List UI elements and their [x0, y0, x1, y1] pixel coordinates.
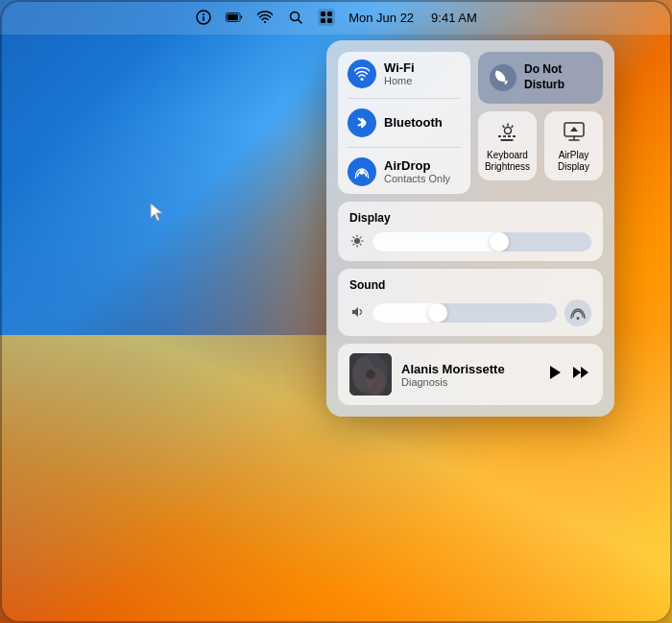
- svg-rect-8: [327, 12, 332, 16]
- svg-rect-7: [321, 12, 325, 16]
- bluetooth-icon-circle: [348, 108, 376, 137]
- dnd-label: Do NotDisturb: [524, 62, 564, 92]
- bluetooth-title: Bluetooth: [384, 115, 443, 131]
- cc-connectivity-panel: Wi-Fi Home Bluetooth: [338, 52, 470, 194]
- airdrop-text: AirDrop Contacts Only: [384, 158, 450, 186]
- divider-1: [348, 98, 461, 99]
- info-icon[interactable]: [195, 9, 212, 26]
- airdrop-toggle[interactable]: AirDrop Contacts Only: [348, 157, 461, 186]
- svg-rect-1: [203, 16, 204, 21]
- wifi-icon-circle: [348, 60, 376, 88]
- album-art: [349, 353, 392, 395]
- svg-rect-10: [327, 18, 332, 23]
- svg-line-30: [360, 236, 361, 237]
- track-name: Diagnosis: [401, 376, 538, 388]
- svg-rect-17: [498, 135, 501, 137]
- airdrop-icon-circle: [348, 157, 376, 186]
- moon-icon: [490, 64, 516, 91]
- battery-icon[interactable]: [226, 9, 243, 26]
- mouse-cursor: [149, 202, 166, 223]
- control-center-menubar-icon[interactable]: [318, 9, 335, 26]
- svg-rect-20: [513, 135, 516, 137]
- sound-slider[interactable]: [372, 303, 557, 323]
- airplay-display-tile[interactable]: AirPlayDisplay: [544, 111, 603, 180]
- volume-icon: [349, 305, 365, 322]
- control-center-panel: Wi-Fi Home Bluetooth: [326, 40, 614, 417]
- cc-right-col: Do NotDisturb: [478, 52, 603, 194]
- track-artist: Alanis Morissette: [401, 362, 538, 376]
- svg-rect-18: [503, 135, 506, 137]
- svg-line-28: [353, 236, 354, 237]
- airdrop-subtitle: Contacts Only: [384, 173, 450, 185]
- search-menubar-icon[interactable]: [287, 9, 304, 26]
- display-section: Display: [338, 202, 603, 261]
- svg-line-29: [360, 244, 361, 245]
- wifi-toggle[interactable]: Wi-Fi Home: [348, 60, 461, 88]
- wifi-subtitle: Home: [384, 75, 415, 87]
- do-not-disturb-toggle[interactable]: Do NotDisturb: [478, 52, 603, 104]
- wifi-text: Wi-Fi Home: [384, 60, 415, 88]
- svg-line-31: [353, 244, 354, 245]
- sound-slider-fill: [372, 303, 446, 323]
- menubar-time: 9:41 AM: [431, 11, 477, 25]
- wifi-menubar-icon[interactable]: [256, 9, 274, 26]
- brightness-icon: [349, 234, 365, 251]
- display-slider-row: [349, 232, 591, 252]
- svg-rect-19: [508, 135, 511, 137]
- display-label: Display: [349, 211, 591, 225]
- fast-forward-button[interactable]: [572, 365, 591, 384]
- sound-section: Sound: [338, 269, 603, 336]
- airdrop-title: AirDrop: [384, 158, 450, 174]
- airplay-display-icon: [561, 119, 588, 146]
- bluetooth-text: Bluetooth: [384, 115, 443, 131]
- display-slider-fill: [372, 232, 508, 252]
- svg-point-23: [354, 238, 360, 244]
- display-slider[interactable]: [372, 232, 591, 252]
- wifi-title: Wi-Fi: [384, 60, 415, 76]
- track-info: Alanis Morissette Diagnosis: [401, 362, 538, 388]
- svg-rect-4: [228, 14, 238, 21]
- keyboard-brightness-tile[interactable]: KeyboardBrightness: [478, 111, 537, 180]
- menubar-date: Mon Jun 22: [348, 11, 414, 25]
- divider-2: [348, 147, 461, 148]
- sound-airplay-button[interactable]: [564, 300, 591, 326]
- sound-label: Sound: [349, 278, 591, 292]
- bluetooth-toggle[interactable]: Bluetooth: [348, 108, 461, 137]
- svg-point-32: [577, 317, 580, 320]
- svg-point-11: [361, 78, 364, 81]
- svg-point-16: [504, 128, 511, 134]
- svg-rect-9: [321, 18, 325, 23]
- keyboard-brightness-icon: [494, 119, 521, 146]
- cc-top-row: Wi-Fi Home Bluetooth: [338, 52, 603, 194]
- desktop: Mon Jun 22 9:41 AM: [0, 0, 672, 623]
- sound-slider-row: [349, 300, 591, 326]
- cc-small-tiles: KeyboardBrightness AirPlayDisplay: [478, 111, 603, 180]
- now-playing-section: Alanis Morissette Diagnosis: [338, 344, 603, 405]
- svg-line-14: [512, 126, 513, 128]
- playback-controls: [547, 364, 591, 385]
- airplay-display-label: AirPlayDisplay: [558, 150, 589, 173]
- svg-line-15: [503, 126, 504, 128]
- svg-rect-21: [500, 139, 513, 141]
- svg-line-6: [299, 20, 302, 24]
- menubar: Mon Jun 22 9:41 AM: [0, 0, 672, 35]
- keyboard-brightness-label: KeyboardBrightness: [485, 150, 530, 173]
- play-button[interactable]: [547, 364, 563, 385]
- svg-point-2: [203, 13, 204, 15]
- svg-point-37: [366, 370, 375, 379]
